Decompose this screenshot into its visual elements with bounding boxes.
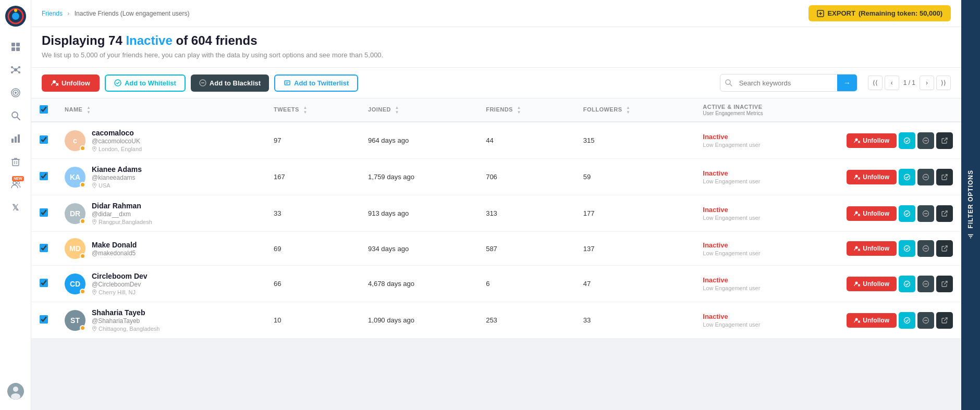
page-header: Displaying 74 Inactive of 604 friends We… (31, 27, 961, 68)
row-unfollow-button[interactable]: Unfollow (847, 277, 897, 291)
whitelist-button[interactable]: Add to Whitelist (105, 74, 186, 92)
row-link-button[interactable] (936, 205, 953, 222)
user-avatar[interactable] (7, 383, 24, 400)
row-whitelist-icon (903, 173, 911, 181)
svg-point-91 (904, 317, 910, 323)
row-checkbox[interactable] (40, 315, 48, 324)
user-location: Rangpur,Bangladesh (92, 219, 152, 225)
location-icon (92, 219, 97, 225)
friends-sort[interactable]: ▲▼ (517, 106, 521, 115)
trash-icon[interactable] (6, 152, 25, 171)
table-row: MD Make Donald @makedonald5 69 934 days … (31, 232, 961, 266)
row-whitelist-button[interactable] (899, 240, 915, 257)
row-whitelist-icon (903, 210, 911, 217)
row-link-button[interactable] (936, 132, 953, 149)
row-whitelist-button[interactable] (899, 312, 915, 329)
followers-sort[interactable]: ▲▼ (626, 106, 630, 115)
row-checkbox[interactable] (40, 172, 48, 180)
row-unfollow-button[interactable]: Unfollow (847, 313, 897, 328)
header-joined[interactable]: JOINED ▲▼ (360, 98, 477, 122)
next-page-button[interactable]: › (920, 76, 934, 90)
row-unfollow-button[interactable]: Unfollow (847, 133, 897, 148)
app-logo[interactable] (5, 5, 27, 27)
first-page-button[interactable]: ⟨⟨ (868, 76, 883, 90)
row-blacklist-button[interactable] (917, 169, 934, 185)
svg-point-64 (94, 220, 95, 221)
header-tweets[interactable]: TWEETS ▲▼ (265, 98, 360, 122)
header-active-inactive: ACTIVE & INACTIVE User Engagement Metric… (694, 98, 838, 122)
row-tweets: 167 (265, 159, 360, 195)
tweets-sort[interactable]: ▲▼ (303, 106, 307, 115)
sidebar: NEW 𝕏 (0, 0, 31, 410)
search-go-button[interactable]: → (837, 74, 857, 91)
status-dot (80, 253, 85, 259)
network-icon[interactable] (6, 60, 25, 79)
inactive-badge: Inactive (703, 276, 830, 284)
prev-page-button[interactable]: ‹ (885, 76, 899, 90)
bulk-unfollow-button[interactable]: Unfollow (42, 74, 100, 92)
select-all-checkbox[interactable] (40, 105, 48, 114)
twitterlist-label: Add to Twitterlist (294, 79, 349, 87)
target-icon[interactable] (6, 83, 25, 102)
user-handle: @didar__dxm (92, 210, 152, 218)
search-icon[interactable] (6, 106, 25, 125)
row-whitelist-button[interactable] (899, 169, 915, 185)
header-followers[interactable]: FOLLOWERS ▲▼ (575, 98, 695, 122)
row-link-button[interactable] (936, 312, 953, 329)
last-page-button[interactable]: ⟩⟩ (936, 76, 951, 90)
filter-options-panel[interactable]: FILTER OPTIONS (961, 0, 980, 410)
row-blacklist-button[interactable] (917, 240, 934, 257)
row-unfollow-button[interactable]: Unfollow (847, 170, 897, 184)
export-subtext: (Remaining token: 50,000) (859, 9, 942, 17)
twitterlist-button[interactable]: Add to Twitterlist (274, 74, 358, 92)
inactive-sub: Low Engagement user (703, 178, 830, 184)
row-link-button[interactable] (936, 276, 953, 292)
row-blacklist-button[interactable] (917, 312, 934, 329)
search-input[interactable] (733, 75, 837, 91)
row-blacklist-button[interactable] (917, 276, 934, 292)
row-friends: 587 (477, 232, 575, 266)
row-link-button[interactable] (936, 169, 953, 185)
twitter-x-icon[interactable]: 𝕏 (6, 198, 25, 217)
user-details: Circleboom Dev @CircleboomDev Cherry Hil… (92, 272, 148, 295)
row-unfollow-icon (854, 174, 860, 180)
row-whitelist-button[interactable] (899, 276, 915, 292)
blacklist-button[interactable]: Add to Blacklist (191, 74, 269, 92)
dashboard-icon[interactable] (6, 38, 25, 56)
row-friends: 313 (477, 195, 575, 232)
row-followers: 33 (575, 302, 695, 339)
row-actions: Unfollow (847, 205, 953, 222)
row-unfollow-button[interactable]: Unfollow (847, 241, 897, 256)
breadcrumb-parent[interactable]: Friends (42, 10, 63, 17)
row-user-cell: KA Kianee Adams @kianeeadams USA (56, 159, 265, 195)
svg-rect-4 (11, 43, 15, 46)
row-checkbox[interactable] (40, 135, 48, 144)
user-location: Chittagong, Bangladesh (92, 326, 160, 332)
row-unfollow-icon (854, 281, 860, 287)
row-whitelist-button[interactable] (899, 205, 915, 222)
row-unfollow-icon (854, 317, 860, 324)
row-whitelist-button[interactable] (899, 132, 915, 149)
users-icon[interactable]: NEW (6, 175, 25, 194)
header-friends[interactable]: FRIENDS ▲▼ (477, 98, 575, 122)
row-status: Inactive Low Engagement user (694, 232, 838, 266)
row-actions-cell: Unfollow (838, 122, 961, 159)
search-box: → (720, 74, 858, 92)
bar-chart-icon[interactable] (6, 129, 25, 148)
row-unfollow-button[interactable]: Unfollow (847, 206, 897, 221)
row-blacklist-button[interactable] (917, 205, 934, 222)
row-checkbox[interactable] (40, 244, 48, 252)
export-button[interactable]: EXPORT (Remaining token: 50,000) (808, 5, 951, 21)
user-handle: @cacomolocoUK (92, 138, 142, 145)
row-checkbox[interactable] (40, 208, 48, 217)
row-link-button[interactable] (936, 240, 953, 257)
row-user-cell: ST Shaharia Tayeb @ShahariaTayeb Chittag… (56, 302, 265, 339)
row-blacklist-button[interactable] (917, 132, 934, 149)
row-tweets: 69 (265, 232, 360, 266)
status-dot (80, 218, 85, 224)
name-sort[interactable]: ▲▼ (87, 106, 91, 115)
row-checkbox[interactable] (40, 279, 48, 287)
header-name[interactable]: NAME ▲▼ (56, 98, 265, 122)
joined-sort[interactable]: ▲▼ (395, 106, 399, 115)
row-blacklist-icon (922, 137, 929, 144)
